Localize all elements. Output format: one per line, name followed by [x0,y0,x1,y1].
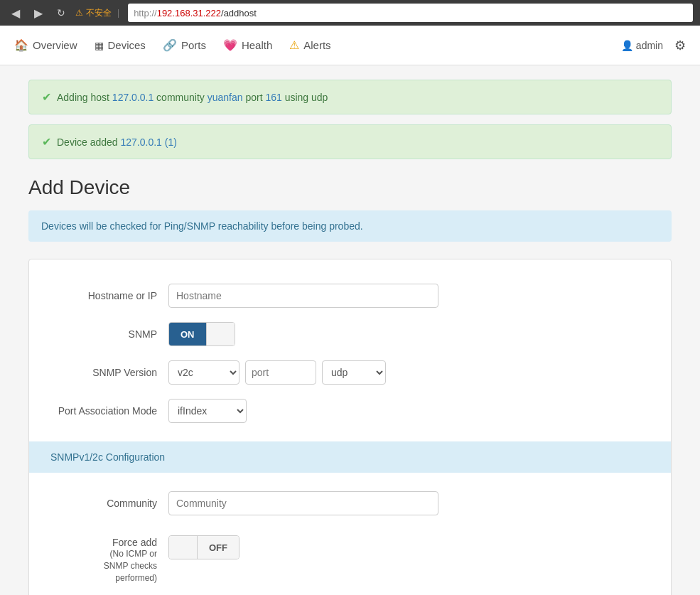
url-scheme: http:// [134,8,157,18]
snmp-toggle[interactable]: ON [168,322,235,346]
community-label: Community [50,498,157,509]
form-card: Hostname or IP SNMP ON SNMP Version v2c … [28,259,672,595]
nav-health-label: Health [242,39,272,51]
port-assoc-label: Port Association Mode [50,404,157,417]
address-bar[interactable]: http://192.168.31.222/addhost [128,4,693,22]
nav-overview-label: Overview [33,39,77,51]
alerts-icon: ⚠ [289,38,299,52]
main-content: ✔ Adding host 127.0.0.1 community yuanfa… [0,65,700,595]
community-row: Community [29,484,671,522]
browser-chrome: ◀ ▶ ↻ ⚠ 不安全 | http://192.168.31.222/addh… [0,0,700,26]
force-add-note: (No ICMP orSNMP checksperformed) [50,548,157,584]
force-add-off-left[interactable] [169,536,198,559]
warning-icon: ⚠ [75,8,83,18]
check-icon-1: ✔ [42,90,51,104]
info-box: Devices will be checked for Ping/SNMP re… [28,210,672,242]
snmp-transport-select[interactable]: udp tcp udp6 tcp6 [322,360,386,385]
health-icon: 💗 [223,38,237,52]
nav-left: 🏠 Overview ▦ Devices 🔗 Ports 💗 Health ⚠ … [14,38,331,52]
force-add-off-label[interactable]: OFF [198,536,239,559]
snmp-port-input[interactable] [245,360,316,385]
admin-icon: 👤 [621,40,633,51]
snmp-label: SNMP [50,328,157,340]
back-button[interactable]: ◀ [7,4,24,21]
snmp-toggle-switch[interactable]: ON [168,322,235,346]
ports-icon: 🔗 [163,38,177,52]
security-badge: ⚠ 不安全 | [75,7,122,19]
nav-devices-label: Devices [108,39,146,51]
reload-button[interactable]: ↻ [53,4,70,21]
force-add-row: Force add (No ICMP orSNMP checksperforme… [29,522,671,591]
url-path: /addhost [221,8,257,18]
page-title: Add Device [28,176,672,199]
community-input[interactable] [168,491,438,515]
devices-icon: ▦ [95,40,104,51]
alert-success-1: ✔ Adding host 127.0.0.1 community yuanfa… [28,80,672,114]
port-assoc-row: Port Association Mode ifIndex ifName ifD… [29,392,671,430]
nav-alerts[interactable]: ⚠ Alerts [289,38,330,52]
nav-overview[interactable]: 🏠 Overview [14,38,77,52]
nav-devices[interactable]: ▦ Devices [95,39,146,51]
force-add-label-container: Force add (No ICMP orSNMP checksperforme… [50,532,157,584]
home-icon: 🏠 [14,38,28,52]
force-add-toggle[interactable]: OFF [168,535,239,559]
nav-alerts-label: Alerts [303,39,330,51]
snmp-version-label: SNMP Version [50,367,157,378]
force-add-label: Force add [50,537,157,548]
alert-1-text: Adding host 127.0.0.1 community yuanfan … [57,92,328,103]
snmp-on-button[interactable]: ON [169,323,206,345]
check-icon-2: ✔ [42,135,51,149]
nav-ports-label: Ports [181,39,206,51]
snmp-selects: v2c v1 v3 udp tcp udp6 tcp6 [168,360,386,385]
snmp-row: SNMP ON [29,315,671,353]
hostname-row: Hostname or IP [29,277,671,315]
alert-success-2: ✔ Device added 127.0.0.1 (1) [28,124,672,159]
nav-health[interactable]: 💗 Health [223,38,272,52]
force-add-toggle-switch[interactable]: OFF [168,535,239,559]
admin-menu[interactable]: 👤 admin [621,40,663,51]
hostname-label: Hostname or IP [50,290,157,301]
alert-2-text: Device added 127.0.0.1 (1) [57,136,177,148]
snmp-version-row: SNMP Version v2c v1 v3 udp tcp udp6 tcp6 [29,353,671,392]
forward-button[interactable]: ▶ [30,4,47,21]
hostname-input[interactable] [168,284,438,308]
nav-right: 👤 admin ⚙ [621,38,686,53]
snmp-off-area[interactable] [206,323,235,345]
port-assoc-select[interactable]: ifIndex ifName ifDescr ifAlias [168,399,247,423]
app-nav: 🏠 Overview ▦ Devices 🔗 Ports 💗 Health ⚠ … [0,26,700,65]
url-host: 192.168.31.222 [157,8,221,18]
nav-ports[interactable]: 🔗 Ports [163,38,206,52]
security-label: 不安全 [86,7,112,19]
snmp-section-header: SNMPv1/2c Configuration [29,441,671,473]
snmp-version-select[interactable]: v2c v1 v3 [168,360,239,385]
admin-label: admin [636,40,663,51]
settings-button[interactable]: ⚙ [674,38,686,53]
separator: | [117,8,119,18]
